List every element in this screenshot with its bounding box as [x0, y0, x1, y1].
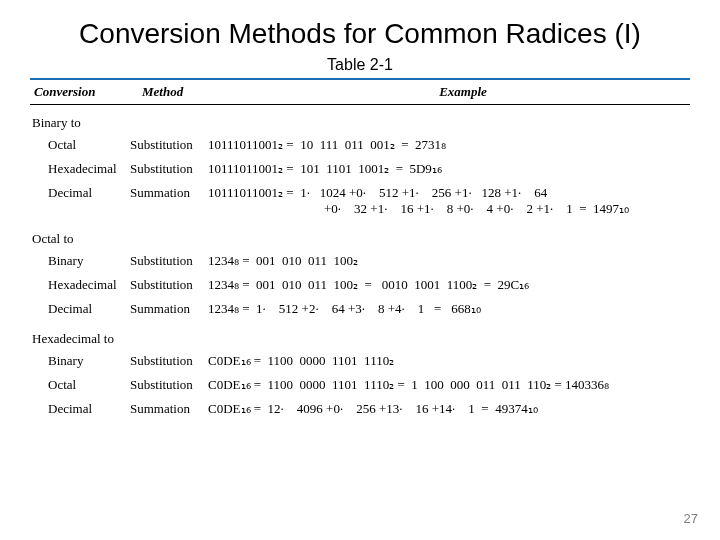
table-row: DecimalSummation1234₈ = 1· 512 +2· 64 +3…: [30, 297, 690, 321]
cell-example: 10111011001₂ = 10 111 011 001₂ = 2731₈: [208, 137, 690, 153]
group: Hexadecimal toBinarySubstitutionC0DE₁₆ =…: [30, 331, 690, 421]
group-title: Octal to: [30, 231, 690, 249]
cell-conversion: Binary: [48, 353, 130, 369]
cell-method: Substitution: [130, 377, 208, 393]
cell-method: Summation: [130, 401, 208, 417]
header-row: Conversion Method Example: [30, 82, 690, 102]
cell-conversion: Octal: [48, 377, 130, 393]
page-number: 27: [684, 511, 698, 526]
cell-method: Substitution: [130, 137, 208, 153]
table-row: OctalSubstitutionC0DE₁₆ = 1100 0000 1101…: [30, 373, 690, 397]
table-row: BinarySubstitution1234₈ = 001 010 011 10…: [30, 249, 690, 273]
cell-example: C0DE₁₆ = 1100 0000 1101 1110₂ = 1 100 00…: [208, 377, 690, 393]
table-body: Binary toOctalSubstitution10111011001₂ =…: [30, 115, 690, 421]
col-conversion: Conversion: [30, 82, 138, 102]
table-caption: Table 2-1: [30, 56, 690, 74]
cell-example: C0DE₁₆ = 1100 0000 1101 1110₂: [208, 353, 690, 369]
group-title: Binary to: [30, 115, 690, 133]
cell-conversion: Hexadecimal: [48, 161, 130, 177]
table-row: DecimalSummationC0DE₁₆ = 12· 4096 +0· 25…: [30, 397, 690, 421]
cell-example: C0DE₁₆ = 12· 4096 +0· 256 +13· 16 +14· 1…: [208, 401, 690, 417]
table-row: HexadecimalSubstitution1234₈ = 001 010 0…: [30, 273, 690, 297]
cell-example: 1234₈ = 001 010 011 100₂ = 0010 1001 110…: [208, 277, 690, 293]
top-rule: [30, 78, 690, 80]
group-title: Hexadecimal to: [30, 331, 690, 349]
cell-method: Substitution: [130, 253, 208, 269]
cell-example: 1234₈ = 001 010 011 100₂: [208, 253, 690, 269]
table-row: HexadecimalSubstitution10111011001₂ = 10…: [30, 157, 690, 181]
cell-example: 10111011001₂ = 1· 1024 +0· 512 +1· 256 +…: [208, 185, 690, 217]
page-title: Conversion Methods for Common Radices (I…: [30, 18, 690, 50]
col-example: Example: [236, 82, 690, 102]
cell-conversion: Decimal: [48, 401, 130, 417]
cell-conversion: Decimal: [48, 301, 130, 317]
cell-method: Summation: [130, 185, 208, 217]
group: Octal toBinarySubstitution1234₈ = 001 01…: [30, 231, 690, 321]
cell-conversion: Decimal: [48, 185, 130, 217]
group: Binary toOctalSubstitution10111011001₂ =…: [30, 115, 690, 221]
cell-method: Substitution: [130, 353, 208, 369]
table-row: BinarySubstitutionC0DE₁₆ = 1100 0000 110…: [30, 349, 690, 373]
cell-method: Summation: [130, 301, 208, 317]
mid-rule: [30, 104, 690, 105]
cell-example: 1234₈ = 1· 512 +2· 64 +3· 8 +4· 1 = 668₁…: [208, 301, 690, 317]
cell-conversion: Hexadecimal: [48, 277, 130, 293]
cell-method: Substitution: [130, 277, 208, 293]
col-method: Method: [138, 82, 236, 102]
table-row: DecimalSummation10111011001₂ = 1· 1024 +…: [30, 181, 690, 221]
table-row: OctalSubstitution10111011001₂ = 10 111 0…: [30, 133, 690, 157]
cell-conversion: Octal: [48, 137, 130, 153]
cell-conversion: Binary: [48, 253, 130, 269]
cell-method: Substitution: [130, 161, 208, 177]
cell-example: 10111011001₂ = 101 1101 1001₂ = 5D9₁₆: [208, 161, 690, 177]
